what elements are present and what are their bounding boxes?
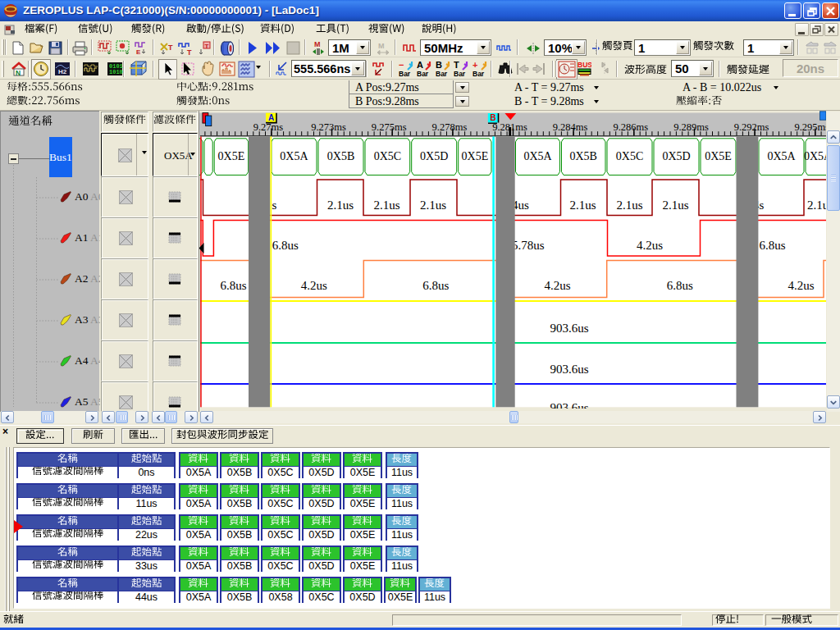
svg-text:5.78us: 5.78us [512,239,545,252]
svg-text:6.8us: 6.8us [667,279,693,292]
svg-text:T: T [187,48,192,57]
svg-text:0X5B: 0X5B [327,150,354,162]
svg-text:6.8us: 6.8us [422,279,449,292]
svg-text:0X5C: 0X5C [374,150,401,162]
svg-text:4.2us: 4.2us [637,239,663,252]
svg-text:2.1u: 2.1u [807,199,826,212]
svg-text:9.295ms: 9.295ms [794,121,826,133]
svg-text:2.1us: 2.1us [327,199,354,212]
svg-text:9.286ms: 9.286ms [613,121,648,133]
svg-text:M: M [378,42,385,50]
svg-text:9.273ms: 9.273ms [311,121,346,133]
svg-text:0X5E: 0X5E [218,150,245,162]
svg-text:0X5A: 0X5A [280,150,308,162]
svg-text:s: s [272,199,277,212]
svg-text:T: T [168,43,173,52]
svg-text:9.275ms: 9.275ms [372,121,407,133]
svg-text:0X5C: 0X5C [616,150,643,162]
svg-text:H2: H2 [58,68,67,75]
svg-text:+: + [472,61,477,70]
svg-text:6.8us: 6.8us [759,239,785,252]
svg-text:0X5A: 0X5A [804,150,826,162]
svg-text:6.8us: 6.8us [272,239,299,252]
svg-text:9.289ms: 9.289ms [673,121,709,133]
svg-text:903.6us: 903.6us [550,322,588,335]
svg-text:0X5D: 0X5D [662,150,690,162]
svg-text:Bar: Bar [436,70,448,77]
svg-text:6.8us: 6.8us [220,279,246,292]
svg-text:0X5E: 0X5E [462,150,489,162]
svg-text:0X5D: 0X5D [420,150,448,162]
svg-text:E: E [136,48,141,56]
svg-text:T: T [205,43,209,50]
svg-text:1010: 1010 [109,69,123,75]
svg-text:T: T [454,61,459,70]
svg-text:903.6us: 903.6us [550,401,588,409]
svg-text:9.284ms: 9.284ms [553,121,588,133]
svg-text:N: N [16,69,21,77]
svg-text:2.1us: 2.1us [569,199,596,212]
svg-text:0X5E: 0X5E [705,150,732,162]
svg-text:Bar: Bar [454,70,466,77]
svg-text:0X5B: 0X5B [569,150,596,162]
svg-text:903.6us: 903.6us [550,363,588,376]
svg-text:−: − [399,61,404,70]
svg-text:Bar: Bar [472,70,485,77]
svg-text:B: B [436,61,442,70]
svg-text:A: A [268,113,274,122]
svg-text:M: M [314,40,321,48]
svg-text:Bar: Bar [399,70,411,77]
svg-text:4.2us: 4.2us [788,279,814,292]
svg-text:2.1us: 2.1us [616,199,642,212]
svg-text:Bar: Bar [417,70,429,77]
svg-text:9.292ms: 9.292ms [734,121,769,133]
svg-text:9.278ms: 9.278ms [432,121,468,133]
svg-text:2.1us: 2.1us [662,199,688,212]
svg-text:2.1us: 2.1us [373,199,399,212]
svg-text:4.2us: 4.2us [301,279,327,292]
svg-text:BUS: BUS [578,61,591,69]
svg-text:A: A [417,61,423,70]
svg-text:2.1us: 2.1us [420,199,446,212]
svg-text:0X5A: 0X5A [523,150,552,162]
svg-text:B: B [490,113,495,122]
svg-text:0X5A: 0X5A [767,150,796,162]
svg-text:4.2us: 4.2us [544,279,570,292]
